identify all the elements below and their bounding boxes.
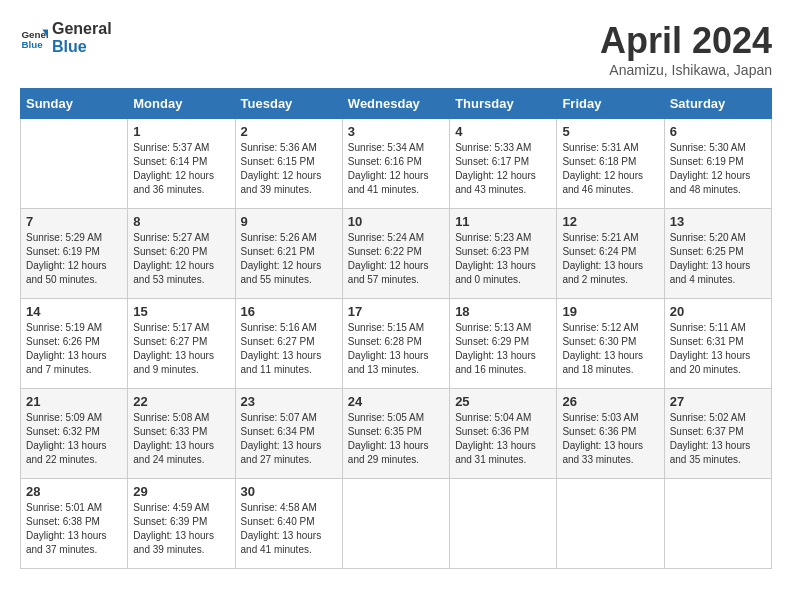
calendar-cell: 16Sunrise: 5:16 AM Sunset: 6:27 PM Dayli… xyxy=(235,299,342,389)
calendar-cell: 2Sunrise: 5:36 AM Sunset: 6:15 PM Daylig… xyxy=(235,119,342,209)
day-number: 2 xyxy=(241,124,337,139)
logo-icon: General Blue xyxy=(20,24,48,52)
cell-info: Sunrise: 5:13 AM Sunset: 6:29 PM Dayligh… xyxy=(455,321,551,377)
day-number: 25 xyxy=(455,394,551,409)
calendar-cell: 19Sunrise: 5:12 AM Sunset: 6:30 PM Dayli… xyxy=(557,299,664,389)
calendar-week-row: 28Sunrise: 5:01 AM Sunset: 6:38 PM Dayli… xyxy=(21,479,772,569)
calendar-cell: 11Sunrise: 5:23 AM Sunset: 6:23 PM Dayli… xyxy=(450,209,557,299)
weekday-header: Sunday xyxy=(21,89,128,119)
cell-info: Sunrise: 5:36 AM Sunset: 6:15 PM Dayligh… xyxy=(241,141,337,197)
calendar-cell: 3Sunrise: 5:34 AM Sunset: 6:16 PM Daylig… xyxy=(342,119,449,209)
day-number: 18 xyxy=(455,304,551,319)
cell-info: Sunrise: 5:33 AM Sunset: 6:17 PM Dayligh… xyxy=(455,141,551,197)
calendar-cell: 4Sunrise: 5:33 AM Sunset: 6:17 PM Daylig… xyxy=(450,119,557,209)
cell-info: Sunrise: 5:08 AM Sunset: 6:33 PM Dayligh… xyxy=(133,411,229,467)
cell-info: Sunrise: 5:01 AM Sunset: 6:38 PM Dayligh… xyxy=(26,501,122,557)
calendar-cell xyxy=(557,479,664,569)
cell-info: Sunrise: 5:04 AM Sunset: 6:36 PM Dayligh… xyxy=(455,411,551,467)
day-number: 10 xyxy=(348,214,444,229)
calendar-cell: 12Sunrise: 5:21 AM Sunset: 6:24 PM Dayli… xyxy=(557,209,664,299)
day-number: 11 xyxy=(455,214,551,229)
calendar-cell: 22Sunrise: 5:08 AM Sunset: 6:33 PM Dayli… xyxy=(128,389,235,479)
calendar-cell: 28Sunrise: 5:01 AM Sunset: 6:38 PM Dayli… xyxy=(21,479,128,569)
weekday-header: Wednesday xyxy=(342,89,449,119)
cell-info: Sunrise: 5:29 AM Sunset: 6:19 PM Dayligh… xyxy=(26,231,122,287)
day-number: 19 xyxy=(562,304,658,319)
cell-info: Sunrise: 5:30 AM Sunset: 6:19 PM Dayligh… xyxy=(670,141,766,197)
day-number: 30 xyxy=(241,484,337,499)
cell-info: Sunrise: 5:05 AM Sunset: 6:35 PM Dayligh… xyxy=(348,411,444,467)
cell-info: Sunrise: 5:15 AM Sunset: 6:28 PM Dayligh… xyxy=(348,321,444,377)
calendar-cell: 18Sunrise: 5:13 AM Sunset: 6:29 PM Dayli… xyxy=(450,299,557,389)
cell-info: Sunrise: 4:59 AM Sunset: 6:39 PM Dayligh… xyxy=(133,501,229,557)
weekday-header: Friday xyxy=(557,89,664,119)
cell-info: Sunrise: 5:31 AM Sunset: 6:18 PM Dayligh… xyxy=(562,141,658,197)
calendar-cell: 30Sunrise: 4:58 AM Sunset: 6:40 PM Dayli… xyxy=(235,479,342,569)
svg-text:Blue: Blue xyxy=(21,39,43,50)
calendar-cell: 17Sunrise: 5:15 AM Sunset: 6:28 PM Dayli… xyxy=(342,299,449,389)
cell-info: Sunrise: 5:19 AM Sunset: 6:26 PM Dayligh… xyxy=(26,321,122,377)
calendar-cell xyxy=(21,119,128,209)
cell-info: Sunrise: 5:02 AM Sunset: 6:37 PM Dayligh… xyxy=(670,411,766,467)
day-number: 7 xyxy=(26,214,122,229)
weekday-header: Saturday xyxy=(664,89,771,119)
day-number: 5 xyxy=(562,124,658,139)
calendar-cell: 8Sunrise: 5:27 AM Sunset: 6:20 PM Daylig… xyxy=(128,209,235,299)
cell-info: Sunrise: 5:26 AM Sunset: 6:21 PM Dayligh… xyxy=(241,231,337,287)
day-number: 3 xyxy=(348,124,444,139)
day-number: 4 xyxy=(455,124,551,139)
calendar-cell: 15Sunrise: 5:17 AM Sunset: 6:27 PM Dayli… xyxy=(128,299,235,389)
page-header: General Blue General Blue April 2024 Ana… xyxy=(20,20,772,78)
cell-info: Sunrise: 5:24 AM Sunset: 6:22 PM Dayligh… xyxy=(348,231,444,287)
day-number: 16 xyxy=(241,304,337,319)
day-number: 23 xyxy=(241,394,337,409)
calendar-cell xyxy=(342,479,449,569)
cell-info: Sunrise: 5:12 AM Sunset: 6:30 PM Dayligh… xyxy=(562,321,658,377)
calendar-cell: 1Sunrise: 5:37 AM Sunset: 6:14 PM Daylig… xyxy=(128,119,235,209)
calendar-week-row: 7Sunrise: 5:29 AM Sunset: 6:19 PM Daylig… xyxy=(21,209,772,299)
day-number: 15 xyxy=(133,304,229,319)
cell-info: Sunrise: 5:03 AM Sunset: 6:36 PM Dayligh… xyxy=(562,411,658,467)
cell-info: Sunrise: 5:23 AM Sunset: 6:23 PM Dayligh… xyxy=(455,231,551,287)
calendar-cell xyxy=(664,479,771,569)
day-number: 8 xyxy=(133,214,229,229)
title-area: April 2024 Anamizu, Ishikawa, Japan xyxy=(600,20,772,78)
day-number: 20 xyxy=(670,304,766,319)
cell-info: Sunrise: 4:58 AM Sunset: 6:40 PM Dayligh… xyxy=(241,501,337,557)
day-number: 6 xyxy=(670,124,766,139)
calendar-week-row: 1Sunrise: 5:37 AM Sunset: 6:14 PM Daylig… xyxy=(21,119,772,209)
calendar-cell: 9Sunrise: 5:26 AM Sunset: 6:21 PM Daylig… xyxy=(235,209,342,299)
cell-info: Sunrise: 5:07 AM Sunset: 6:34 PM Dayligh… xyxy=(241,411,337,467)
month-title: April 2024 xyxy=(600,20,772,62)
day-number: 13 xyxy=(670,214,766,229)
day-number: 29 xyxy=(133,484,229,499)
day-number: 28 xyxy=(26,484,122,499)
calendar-cell: 5Sunrise: 5:31 AM Sunset: 6:18 PM Daylig… xyxy=(557,119,664,209)
cell-info: Sunrise: 5:20 AM Sunset: 6:25 PM Dayligh… xyxy=(670,231,766,287)
calendar-cell: 27Sunrise: 5:02 AM Sunset: 6:37 PM Dayli… xyxy=(664,389,771,479)
calendar-cell: 24Sunrise: 5:05 AM Sunset: 6:35 PM Dayli… xyxy=(342,389,449,479)
day-number: 14 xyxy=(26,304,122,319)
calendar-cell: 25Sunrise: 5:04 AM Sunset: 6:36 PM Dayli… xyxy=(450,389,557,479)
calendar-cell: 23Sunrise: 5:07 AM Sunset: 6:34 PM Dayli… xyxy=(235,389,342,479)
cell-info: Sunrise: 5:16 AM Sunset: 6:27 PM Dayligh… xyxy=(241,321,337,377)
weekday-header-row: SundayMondayTuesdayWednesdayThursdayFrid… xyxy=(21,89,772,119)
weekday-header: Tuesday xyxy=(235,89,342,119)
location-title: Anamizu, Ishikawa, Japan xyxy=(600,62,772,78)
calendar-cell: 10Sunrise: 5:24 AM Sunset: 6:22 PM Dayli… xyxy=(342,209,449,299)
cell-info: Sunrise: 5:27 AM Sunset: 6:20 PM Dayligh… xyxy=(133,231,229,287)
cell-info: Sunrise: 5:34 AM Sunset: 6:16 PM Dayligh… xyxy=(348,141,444,197)
logo-general: General xyxy=(52,20,112,37)
day-number: 1 xyxy=(133,124,229,139)
day-number: 22 xyxy=(133,394,229,409)
weekday-header: Monday xyxy=(128,89,235,119)
calendar-cell: 29Sunrise: 4:59 AM Sunset: 6:39 PM Dayli… xyxy=(128,479,235,569)
day-number: 21 xyxy=(26,394,122,409)
cell-info: Sunrise: 5:21 AM Sunset: 6:24 PM Dayligh… xyxy=(562,231,658,287)
calendar-cell: 13Sunrise: 5:20 AM Sunset: 6:25 PM Dayli… xyxy=(664,209,771,299)
calendar-table: SundayMondayTuesdayWednesdayThursdayFrid… xyxy=(20,88,772,569)
calendar-cell: 6Sunrise: 5:30 AM Sunset: 6:19 PM Daylig… xyxy=(664,119,771,209)
calendar-cell: 7Sunrise: 5:29 AM Sunset: 6:19 PM Daylig… xyxy=(21,209,128,299)
day-number: 27 xyxy=(670,394,766,409)
day-number: 9 xyxy=(241,214,337,229)
